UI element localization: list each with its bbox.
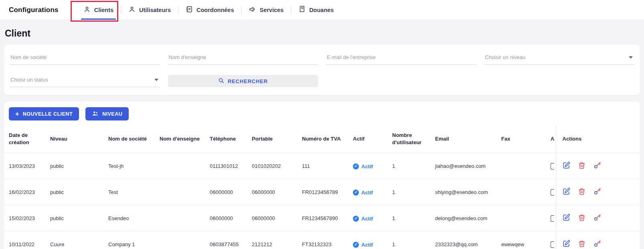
edit-button[interactable] — [563, 240, 570, 249]
check-circle-icon: ✓ — [353, 190, 359, 196]
col-header-nom-societe: Nom de société — [103, 125, 155, 153]
company-email-input[interactable] — [326, 52, 476, 65]
level-select[interactable]: Choisir un niveau — [484, 52, 635, 65]
col-header-email: Email — [430, 125, 496, 153]
brand-name-input[interactable] — [168, 52, 318, 65]
cell-actions — [556, 205, 640, 231]
tab-services[interactable]: Services — [241, 0, 291, 20]
key-icon — [593, 188, 601, 196]
table-header-row: Date de création Niveau Nom de société N… — [4, 125, 640, 153]
filter-row-1: Choisir un niveau — [10, 52, 634, 65]
check-circle-icon: ✓ — [353, 216, 359, 222]
key-button[interactable] — [593, 161, 601, 170]
status-badge-label: Actif — [361, 242, 373, 248]
key-icon — [593, 214, 601, 222]
delete-button[interactable] — [578, 162, 585, 170]
key-button[interactable] — [593, 214, 601, 222]
tab-douanes[interactable]: Douanes — [291, 0, 341, 20]
table-header: Date de création Niveau Nom de société N… — [4, 125, 640, 153]
cell-fax — [496, 205, 546, 231]
cell-nb-utilisateur: 1 — [387, 179, 430, 205]
company-name-input[interactable] — [10, 52, 160, 65]
edit-button[interactable] — [563, 161, 570, 170]
status-badge-label: Actif — [361, 190, 373, 196]
edit-button[interactable] — [563, 214, 570, 222]
contact-book-icon — [186, 6, 193, 14]
delete-button[interactable] — [578, 240, 585, 249]
tab-utilisateurs[interactable]: Utilisateurs — [121, 0, 178, 20]
megaphone-icon — [249, 6, 256, 14]
cell-telephone: 0111301012 — [205, 153, 247, 179]
status-select[interactable]: Choisr un status — [10, 74, 160, 87]
cell-email: delong@esendeo.com — [430, 205, 496, 231]
person-icon — [128, 6, 136, 14]
key-button[interactable] — [593, 188, 601, 196]
truncated-content-icon — [551, 241, 554, 248]
col-header-fax: Fax — [496, 125, 546, 153]
cell-societe: Company 1 — [103, 231, 155, 249]
cell-truncated — [546, 231, 556, 249]
col-header-date-creation: Date de création — [4, 125, 45, 153]
col-header-actif: Actif — [348, 125, 387, 153]
status-badge-label: Actif — [361, 163, 373, 169]
status-badge: ✓ Actif — [353, 163, 373, 169]
cell-actif: ✓ Actif — [348, 179, 387, 205]
tab-coordonnees[interactable]: Coordonnées — [178, 0, 241, 20]
spacer — [326, 74, 476, 87]
search-button-label: RECHERCHER — [228, 78, 268, 84]
chevron-down-icon — [629, 56, 633, 59]
cell-nb-utilisateur: 1 — [387, 231, 430, 249]
cell-societe: Esendeo — [103, 205, 155, 231]
main-content: Client Choisir un niveau Choisr un statu… — [0, 28, 644, 249]
cell-portable: 0101020202 — [247, 153, 297, 179]
cell-date: 10/11/2022 — [4, 231, 45, 249]
cell-niveau: public — [45, 205, 103, 231]
trash-icon — [578, 188, 585, 196]
cell-actif: ✓ Actif — [348, 231, 387, 249]
status-badge: ✓ Actif — [353, 242, 373, 248]
table-body: 13/03/2023 public Test-jh 0111301012 010… — [4, 153, 640, 249]
cell-enseigne — [155, 179, 205, 205]
tab-label: Clients — [94, 7, 113, 13]
new-client-button[interactable]: + NOUVELLE CLIENT — [9, 107, 79, 120]
cell-portable: 2121212 — [247, 231, 297, 249]
col-header-nom-enseigne: Nom d'enseigne — [155, 125, 205, 153]
edit-pencil-icon — [563, 188, 570, 196]
cell-actions — [556, 179, 640, 205]
cell-fax — [496, 179, 546, 205]
cell-email: shiying@esendeo.com — [430, 179, 496, 205]
tab-clients[interactable]: Clients — [76, 0, 121, 20]
edit-pencil-icon — [563, 161, 570, 170]
key-button[interactable] — [593, 240, 601, 249]
clients-table-card: + NOUVELLE CLIENT NIVEAU Date de créatio… — [4, 102, 640, 249]
cell-niveau: Cuure — [45, 231, 103, 249]
col-header-truncated: A — [546, 125, 556, 153]
brand-title: Configurations — [9, 6, 59, 14]
cell-truncated — [546, 179, 556, 205]
col-header-niveau: Niveau — [45, 125, 103, 153]
search-button[interactable]: RECHERCHER — [168, 75, 318, 87]
col-header-actions: Actions — [556, 125, 640, 153]
cell-actif: ✓ Actif — [348, 205, 387, 231]
cell-actions — [556, 153, 640, 179]
key-icon — [593, 161, 601, 170]
cell-date: 13/03/2023 — [4, 153, 45, 179]
clients-table: Date de création Niveau Nom de société N… — [4, 125, 640, 249]
cell-tva: FR0123456789 — [297, 179, 348, 205]
delete-button[interactable] — [578, 188, 585, 196]
edit-button[interactable] — [563, 188, 570, 196]
table-row: 15/02/2023 public Esendeo 06000000 06000… — [4, 205, 640, 231]
cell-telephone: 06000000 — [205, 205, 247, 231]
level-select-placeholder: Choisir un niveau — [485, 54, 525, 60]
table-row: 16/02/2023 public Test 06000000 06000000… — [4, 179, 640, 205]
cell-tva: 111 — [297, 153, 348, 179]
person-icon — [83, 6, 91, 14]
cell-actions — [556, 231, 640, 249]
delete-button[interactable] — [578, 214, 585, 222]
cell-fax: ewewqew — [496, 231, 546, 249]
niveau-button[interactable]: NIVEAU — [85, 107, 129, 120]
niveau-button-label: NIVEAU — [102, 111, 122, 117]
truncated-content-icon — [551, 163, 554, 169]
cell-tva: FT32132323 — [297, 231, 348, 249]
check-circle-icon: ✓ — [353, 242, 359, 248]
